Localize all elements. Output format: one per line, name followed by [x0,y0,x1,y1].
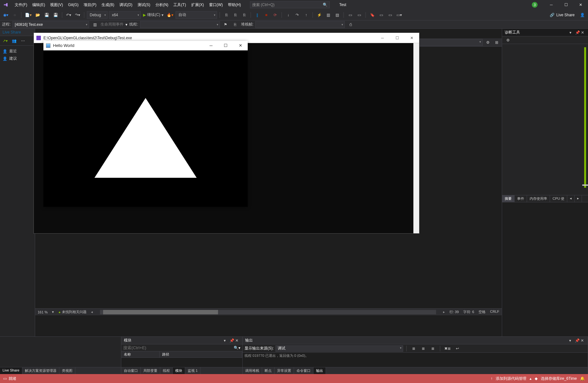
search-box[interactable]: 搜索 (Ctrl+Q) 🔍 [250,1,330,8]
menu-edit[interactable]: 编辑(E) [30,1,48,9]
diag-tab-summary[interactable]: 摘要 [502,195,515,202]
menu-tools[interactable]: 工具(T) [171,1,188,9]
scm-add-label[interactable]: 添加到源代码管理 [496,376,526,381]
output-source-combo[interactable]: 调试 [275,345,403,352]
tab-watch-1[interactable]: 监视 1 [185,367,200,374]
gl-maximize-button[interactable]: ☐ [218,41,233,50]
tab-solution-explorer[interactable]: 解决方案资源管理器 [22,367,59,374]
diag-tb-icon[interactable]: ⚙ [504,36,512,44]
diag-tab-memory[interactable]: 内存使用率 [527,195,550,202]
window-minimize-button[interactable]: ─ [544,0,559,10]
console-minimize-button[interactable]: ─ [375,33,390,43]
window-close-button[interactable]: ✕ [573,0,588,10]
scroll-right-icon[interactable]: ▸ [443,310,445,314]
auto-combo[interactable]: 自动 [176,11,217,19]
bell-icon[interactable]: 🔔 [580,376,585,381]
tab-output[interactable]: 输出 [313,367,326,374]
menu-build[interactable]: 生成(B) [99,1,117,9]
output-body[interactable]: 线程 019770 已退出，返回值为 0 (0x0)。 [243,353,588,367]
bookmark-icon[interactable]: 🔖 [368,11,376,19]
menu-git[interactable]: Git(G) [65,1,81,8]
break-all-button[interactable]: ‖ [253,11,261,19]
h-scrollbar[interactable] [100,310,436,314]
undo-button[interactable]: ↶▾ [65,11,72,19]
eol-mode[interactable]: CRLF [490,310,499,314]
redo-button[interactable]: ↷▾ [74,11,81,19]
notification-badge[interactable]: 3 [532,2,538,8]
stackframe-combo[interactable] [255,21,345,28]
gl-close-button[interactable]: ✕ [233,41,248,50]
console-maximize-button[interactable]: ☐ [390,33,404,43]
output-tb-1[interactable]: ≣ [410,345,418,352]
hot-reload-button[interactable]: 🔥▾ [166,11,174,19]
thread-icon[interactable]: ⎘ [231,21,239,28]
tb-icon-1[interactable]: ⎘ [222,11,230,19]
stack-icon[interactable]: ⎙ [347,21,354,28]
account-icon[interactable]: 👤 [578,11,586,19]
tb-icon-d[interactable]: ▭ [346,11,354,19]
live-share-panel-title[interactable]: Live Share [0,29,35,36]
tb-icon-f[interactable]: ▭ [377,11,385,19]
panel-close-icon[interactable]: ✕ [235,338,240,343]
panel-close-icon[interactable]: ✕ [581,30,585,35]
panel-dropdown-icon[interactable]: ▾ [569,338,574,343]
suggest-item[interactable]: 👤建议 [0,55,35,62]
flag-icon[interactable]: ⚑ [222,21,230,28]
panel-pin-icon[interactable]: 📌 [575,30,580,35]
diag-tab-nav-left[interactable]: ◂ [567,195,575,202]
panel-dropdown-icon[interactable]: ▾ [569,30,574,35]
tab-callstack[interactable]: 调用堆栈 [243,367,262,374]
tab-class-view[interactable]: 类视图 [59,367,75,374]
tb-icon-3[interactable]: ⎘ [240,11,248,19]
step-into-button[interactable]: ↓ [284,11,292,19]
menu-project[interactable]: 项目(P) [81,1,99,9]
stop-button[interactable]: ■ [262,11,270,19]
modules-search-input[interactable] [123,345,234,350]
col-path-header[interactable]: 路径 [160,351,242,357]
diag-tab-events[interactable]: 事件 [515,195,527,202]
menu-help[interactable]: 帮助(H) [225,1,244,9]
tb-icon-2[interactable]: ⎘ [231,11,239,19]
live-share-button[interactable]: 🔗 Live Share [547,12,577,18]
modules-body[interactable] [121,358,242,367]
repo-select-label[interactable]: 选择存储库ire_6Time [541,376,577,381]
step-over-button[interactable]: ↷ [293,11,301,19]
restart-button[interactable]: ⟳ [271,11,279,19]
scroll-left-icon[interactable]: ◂ [91,310,93,314]
tb-icon-b[interactable]: ▥ [324,11,332,19]
open-button[interactable]: 📂 [34,11,41,19]
menu-analyze[interactable]: 分析(N) [153,1,171,9]
col-name-header[interactable]: 名称 [121,351,160,357]
opengl-window[interactable]: Hello World ─ ☐ ✕ [43,41,248,207]
diag-tab-nav-right[interactable]: ▸ [575,195,582,202]
join-icon[interactable]: 👥 [10,37,18,45]
gear-icon[interactable]: ⚙ [484,39,492,46]
tab-breakpoints[interactable]: 断点 [262,367,275,374]
zoom-level[interactable]: 161 % [38,310,48,314]
clear-output-icon[interactable]: ✖≣ [443,345,452,352]
tab-locals[interactable]: 局部变量 [141,367,160,374]
new-project-button[interactable]: 📄▾ [24,11,33,19]
menu-test[interactable]: 测试(S) [135,1,153,9]
panel-dropdown-icon[interactable]: ▾ [224,338,228,343]
window-maximize-button[interactable]: ☐ [559,0,573,10]
tb-icon-c[interactable]: ▤ [333,11,341,19]
thread-combo[interactable] [140,21,220,28]
wrap-output-icon[interactable]: ↩ [454,345,461,352]
indent-mode[interactable]: 空格 [479,310,486,314]
continue-button[interactable]: ▶ 继续(C)▾ [142,11,164,19]
recent-item[interactable]: 👤最近 [0,48,35,55]
panel-pin-icon[interactable]: 📌 [230,338,234,343]
save-all-button[interactable]: 💾 [52,11,59,19]
platform-combo[interactable]: x64 [109,11,141,19]
menu-debug[interactable]: 调试(D) [117,1,135,9]
console-close-button[interactable]: ✕ [404,33,419,43]
tab-modules[interactable]: 模块 [173,367,185,374]
tab-command[interactable]: 命令窗口 [294,367,313,374]
tab-exceptions[interactable]: 异常设置 [275,367,294,374]
share-icon[interactable]: ↗▾ [1,37,9,45]
panel-pin-icon[interactable]: 📌 [575,338,579,343]
lifecycle-icon[interactable]: ▥ [91,21,99,28]
tb-icon-a[interactable]: ⚡ [315,11,323,19]
scrollbar-thumb[interactable] [103,310,218,314]
